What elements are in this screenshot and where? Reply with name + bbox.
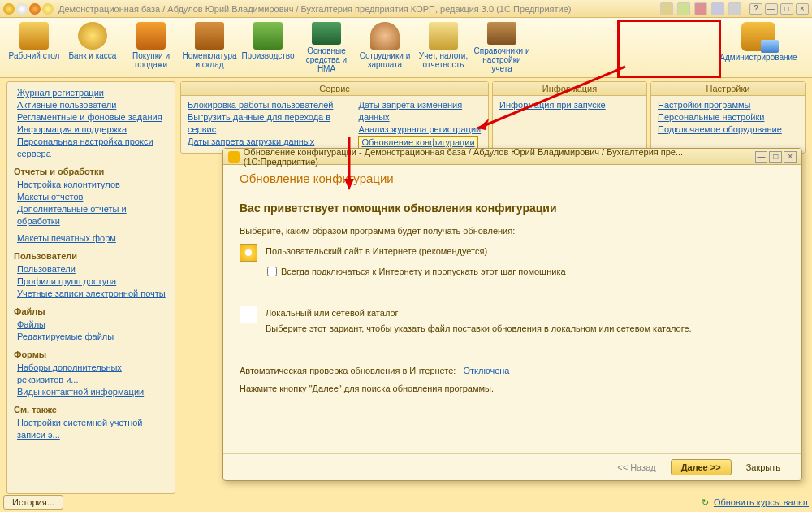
hint-text: Нажмите кнопку "Далее" для поиска обновл… (240, 384, 785, 393)
sidebar-group-header: См. также (14, 405, 168, 414)
factory-icon (253, 22, 283, 50)
report-icon (429, 22, 458, 50)
toolbar-refs[interactable]: Справочники и настройки учета (473, 20, 531, 76)
auto-check-row: Автоматическая проверка обновления в Инт… (240, 366, 785, 375)
admin-icon (741, 22, 775, 51)
service-link[interactable]: Анализ журнала регистрации (358, 124, 482, 136)
toolbar-production[interactable]: Производство (239, 20, 297, 76)
toolbar-desktop[interactable]: Рабочий стол (5, 20, 63, 76)
sidebar-link[interactable]: Журнал регистрации (14, 87, 168, 99)
tool-icon[interactable] (711, 2, 724, 15)
service-link[interactable]: Даты запрета изменения данных (358, 99, 482, 124)
close-button[interactable]: × (796, 3, 809, 15)
main-toolbar: Рабочий стол Банк и касса Покупки и прод… (0, 18, 812, 78)
checkbox-always-connect[interactable]: Всегда подключаться к Интернету и пропус… (267, 267, 785, 276)
dialog-heading: Обновление конфигурации (240, 171, 785, 185)
sidebar-link[interactable]: Персональная настройка прокси сервера (14, 136, 168, 160)
next-button[interactable]: Далее >> (671, 459, 732, 475)
checkbox-input[interactable] (267, 267, 277, 276)
option-internet[interactable]: Пользовательский сайт в Интернете (реком… (240, 244, 785, 262)
toolbar-bank[interactable]: Банк и касса (63, 20, 122, 76)
settings-link[interactable]: Персональные настройки (658, 111, 798, 124)
sidebar-link[interactable]: Наборы дополнительных реквизитов и... (14, 362, 168, 386)
toolbar-staff[interactable]: Сотрудники и зарплата (356, 20, 414, 76)
close-button[interactable]: Закрыть (736, 460, 790, 475)
panel-info: Информация Информация при запуске (492, 81, 647, 154)
person-icon (370, 22, 400, 50)
building-icon (312, 22, 341, 45)
dialog-maximize[interactable]: □ (769, 151, 782, 163)
panel-service: Сервис Блокировка работы пользователей В… (180, 81, 489, 154)
back-button: << Назад (607, 460, 665, 475)
toolbar-taxes[interactable]: Учет, налоги, отчетность (414, 20, 473, 76)
coins-icon (78, 22, 107, 50)
dialog-close[interactable]: × (784, 151, 797, 163)
settings-link[interactable]: Настройки программы (658, 99, 798, 111)
service-link[interactable]: Выгрузить данные для перехода в сервис (188, 111, 343, 136)
radio-unselected-icon[interactable] (240, 306, 257, 323)
refresh-icon: ↻ (702, 497, 709, 508)
update-config-dialog: Обновление конфигурации - Демонстрационн… (222, 148, 802, 481)
app-menu-icons[interactable] (3, 3, 54, 15)
dialog-minimize[interactable]: — (755, 151, 768, 163)
sidebar-group-header: Отчеты и обработки (14, 167, 168, 176)
tool-icon[interactable] (728, 2, 741, 15)
history-button[interactable]: История... (3, 495, 63, 510)
radio-selected-icon[interactable] (240, 244, 257, 262)
tool-icon[interactable] (694, 2, 707, 15)
toolbar-assets[interactable]: Основные средства и НМА (297, 20, 356, 76)
sidebar-link[interactable]: Информация и поддержка (14, 124, 168, 136)
cart-icon (136, 22, 166, 50)
info-link[interactable]: Информация при запуске (499, 99, 640, 111)
dialog-prompt: Выберите, каким образом программа будет … (240, 226, 785, 236)
sidebar-group-header: Формы (14, 349, 168, 359)
minimize-button[interactable]: — (765, 3, 778, 15)
sidebar-link[interactable]: Регламентные и фоновые задания (14, 111, 168, 124)
dialog-titlebar: Обновление конфигурации - Демонстрационн… (223, 149, 801, 165)
toolbar-buy-sell[interactable]: Покупки и продажи (122, 20, 180, 76)
sidebar-group-header: Пользователи (14, 251, 168, 261)
panel-header: Сервис (181, 82, 488, 96)
titlebar: Демонстрационная база / Абдулов Юрий Вла… (0, 0, 812, 18)
maximize-button[interactable]: □ (780, 3, 793, 15)
toolbar-nomenclature[interactable]: Номенклатура и склад (180, 20, 239, 76)
help-button[interactable]: ? (749, 3, 762, 15)
option-local[interactable]: Локальный или сетевой каталог Выберите э… (240, 306, 785, 333)
sidebar-link[interactable]: Файлы (14, 319, 168, 331)
service-link[interactable]: Блокировка работы пользователей (188, 99, 343, 111)
app-icon (228, 151, 240, 163)
dialog-subheading: Вас приветствует помощник обновления кон… (240, 202, 785, 215)
window-title: Демонстрационная база / Абдулов Юрий Вла… (58, 4, 660, 14)
sidebar-link[interactable]: Учетные записи электронной почты (14, 288, 168, 300)
panel-header: Информация (493, 82, 646, 96)
desk-icon (19, 22, 49, 50)
statusbar: История... ↻ Обновить курсы валют (3, 494, 809, 510)
sidebar-link[interactable]: Пользователи (14, 263, 168, 276)
tool-icon[interactable] (677, 2, 690, 15)
tool-icon[interactable] (660, 2, 673, 15)
dialog-footer: << Назад Далее >> Закрыть (223, 453, 801, 480)
panel-settings: Настройки Настройки программы Персональн… (650, 81, 806, 154)
sidebar-link[interactable]: Активные пользователи (14, 99, 168, 111)
toolbar-admin[interactable]: Администрирование (710, 20, 807, 76)
settings-link[interactable]: Подключаемое оборудование (658, 124, 798, 136)
sidebar-link[interactable]: Профили групп доступа (14, 276, 168, 288)
boxes-icon (195, 22, 224, 50)
refresh-rates-link[interactable]: Обновить курсы валют (714, 497, 809, 507)
sidebar: Журнал регистрации Активные пользователи… (6, 81, 175, 494)
sidebar-link[interactable]: Виды контактной информации (14, 386, 168, 398)
auto-check-link[interactable]: Отключена (463, 366, 509, 375)
sidebar-link[interactable]: Макеты отчетов (14, 191, 168, 203)
books-icon (487, 22, 516, 45)
sidebar-link[interactable]: Дополнительные отчеты и обработки (14, 203, 168, 228)
panel-header: Настройки (651, 82, 805, 96)
sidebar-group-header: Файлы (14, 306, 168, 316)
sidebar-link[interactable]: Настройка колонтитулов (14, 179, 168, 191)
sidebar-link[interactable]: Макеты печатных форм (14, 232, 168, 245)
sidebar-link[interactable]: Редактируемые файлы (14, 331, 168, 343)
dialog-title: Обновление конфигурации - Демонстрационн… (244, 147, 754, 167)
sidebar-link[interactable]: Настройки системной учетной записи э... (14, 417, 168, 441)
